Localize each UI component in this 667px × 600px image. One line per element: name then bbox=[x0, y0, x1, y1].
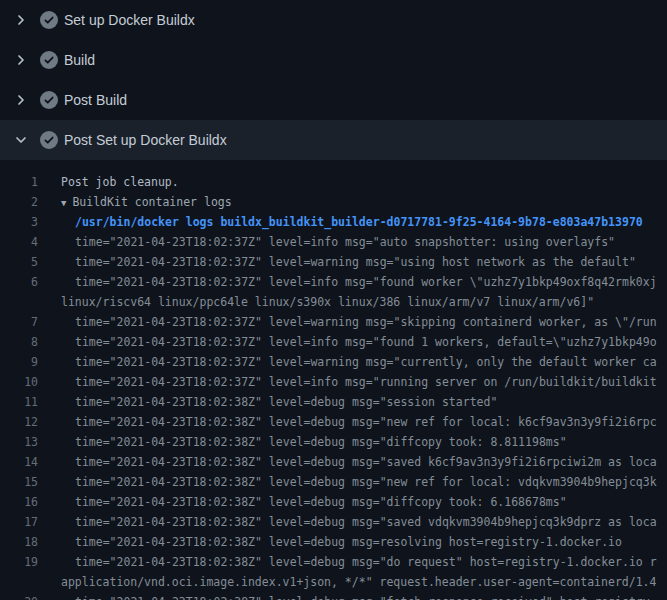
log-text-content: time="2021-04-23T18:02:37Z" level=warnin… bbox=[75, 315, 657, 329]
log-line: 8 time="2021-04-23T18:02:37Z" level=info… bbox=[0, 332, 667, 352]
check-circle-icon bbox=[40, 51, 58, 69]
log-line: 12 time="2021-04-23T18:02:38Z" level=deb… bbox=[0, 412, 667, 432]
chevron-right-icon[interactable] bbox=[13, 12, 29, 28]
log-line: 6 time="2021-04-23T18:02:37Z" level=info… bbox=[0, 272, 667, 292]
steps-list: Set up Docker Buildx Build Post Buil bbox=[0, 0, 667, 160]
log-text-content: time="2021-04-23T18:02:38Z" level=debug … bbox=[75, 535, 622, 549]
log-text: time="2021-04-23T18:02:38Z" level=debug … bbox=[38, 512, 657, 532]
log-text-content: time="2021-04-23T18:02:38Z" level=debug … bbox=[75, 515, 657, 529]
step-header-build[interactable]: Build bbox=[0, 40, 667, 80]
log-group-toggle-icon[interactable]: ▼ bbox=[61, 198, 72, 208]
step-header-post-set-up-docker-buildx[interactable]: Post Set up Docker Buildx bbox=[0, 120, 667, 160]
log-line: 15 time="2021-04-23T18:02:38Z" level=deb… bbox=[0, 472, 667, 492]
log-line: application/vnd.oci.image.index.v1+json,… bbox=[0, 572, 667, 592]
log-text-content: time="2021-04-23T18:02:37Z" level=warnin… bbox=[75, 255, 636, 269]
step-label: Set up Docker Buildx bbox=[64, 12, 195, 28]
line-number-link[interactable]: 20 bbox=[0, 592, 38, 600]
line-number-link[interactable]: 1 bbox=[0, 172, 38, 192]
log-line: 18 time="2021-04-23T18:02:38Z" level=deb… bbox=[0, 532, 667, 552]
log-text: time="2021-04-23T18:02:38Z" level=debug … bbox=[38, 552, 657, 572]
step-header-post-build[interactable]: Post Build bbox=[0, 80, 667, 120]
log-text: time="2021-04-23T18:02:38Z" level=debug … bbox=[38, 592, 657, 600]
chevron-down-icon[interactable] bbox=[13, 132, 29, 148]
log-line: 19 time="2021-04-23T18:02:38Z" level=deb… bbox=[0, 552, 667, 572]
step-header-set-up-docker-buildx[interactable]: Set up Docker Buildx bbox=[0, 0, 667, 40]
line-number-link[interactable]: 17 bbox=[0, 512, 38, 532]
step-label: Post Build bbox=[64, 92, 127, 108]
line-number-link[interactable]: 12 bbox=[0, 412, 38, 432]
log-text-content: /usr/bin/docker logs buildx_buildkit_bui… bbox=[75, 215, 643, 229]
log-line: linux/riscv64 linux/ppc64le linux/s390x … bbox=[0, 292, 667, 312]
line-number-link[interactable]: 19 bbox=[0, 552, 38, 572]
log-text: ▼BuildKit container logs bbox=[38, 192, 232, 212]
log-line: 10 time="2021-04-23T18:02:37Z" level=inf… bbox=[0, 372, 667, 392]
log-line: 7 time="2021-04-23T18:02:37Z" level=warn… bbox=[0, 312, 667, 332]
log-text: time="2021-04-23T18:02:37Z" level=warnin… bbox=[38, 352, 657, 372]
log-line: 13 time="2021-04-23T18:02:38Z" level=deb… bbox=[0, 432, 667, 452]
line-number-link[interactable]: 10 bbox=[0, 372, 38, 392]
log-line: 11 time="2021-04-23T18:02:38Z" level=deb… bbox=[0, 392, 667, 412]
line-number-link[interactable]: 16 bbox=[0, 492, 38, 512]
line-number-link[interactable]: 8 bbox=[0, 332, 38, 352]
line-number-link[interactable]: 18 bbox=[0, 532, 38, 552]
log-text-content: time="2021-04-23T18:02:38Z" level=debug … bbox=[75, 595, 657, 600]
check-circle-icon bbox=[40, 11, 58, 29]
log-text-content: time="2021-04-23T18:02:37Z" level=info m… bbox=[75, 275, 657, 289]
line-number-link[interactable]: 7 bbox=[0, 312, 38, 332]
log-text: linux/riscv64 linux/ppc64le linux/s390x … bbox=[38, 292, 594, 312]
log-text: time="2021-04-23T18:02:37Z" level=warnin… bbox=[38, 252, 636, 272]
line-number-link[interactable]: 4 bbox=[0, 232, 38, 252]
line-number-link[interactable]: 13 bbox=[0, 432, 38, 452]
log-line: 5 time="2021-04-23T18:02:37Z" level=warn… bbox=[0, 252, 667, 272]
log-text-content: time="2021-04-23T18:02:38Z" level=debug … bbox=[75, 435, 567, 449]
log-text: time="2021-04-23T18:02:37Z" level=warnin… bbox=[38, 312, 657, 332]
log-text-content: time="2021-04-23T18:02:38Z" level=debug … bbox=[75, 415, 657, 429]
log-line: 9 time="2021-04-23T18:02:37Z" level=warn… bbox=[0, 352, 667, 372]
log-text: time="2021-04-23T18:02:38Z" level=debug … bbox=[38, 472, 657, 492]
line-number-link[interactable] bbox=[0, 572, 38, 592]
log-text-content: application/vnd.oci.image.index.v1+json,… bbox=[61, 575, 656, 589]
line-number-link[interactable]: 3 bbox=[0, 212, 38, 232]
step-label: Build bbox=[64, 52, 95, 68]
log-area: 1 Post job cleanup. 2 ▼BuildKit containe… bbox=[0, 160, 667, 600]
log-text: time="2021-04-23T18:02:38Z" level=debug … bbox=[38, 412, 657, 432]
log-text-content: linux/riscv64 linux/ppc64le linux/s390x … bbox=[61, 295, 594, 309]
log-text-content: Post job cleanup. bbox=[61, 175, 179, 189]
log-text-content: time="2021-04-23T18:02:38Z" level=debug … bbox=[75, 555, 657, 569]
line-number-link[interactable] bbox=[0, 292, 38, 312]
log-text: application/vnd.oci.image.index.v1+json,… bbox=[38, 572, 656, 592]
log-text-content: time="2021-04-23T18:02:38Z" level=debug … bbox=[75, 455, 657, 469]
log-text: Post job cleanup. bbox=[38, 172, 179, 192]
log-text: time="2021-04-23T18:02:37Z" level=info m… bbox=[38, 272, 657, 292]
log-line: 16 time="2021-04-23T18:02:38Z" level=deb… bbox=[0, 492, 667, 512]
log-text: /usr/bin/docker logs buildx_buildkit_bui… bbox=[38, 212, 643, 232]
log-text: time="2021-04-23T18:02:38Z" level=debug … bbox=[38, 392, 497, 412]
line-number-link[interactable]: 15 bbox=[0, 472, 38, 492]
line-number-link[interactable]: 5 bbox=[0, 252, 38, 272]
log-text: time="2021-04-23T18:02:38Z" level=debug … bbox=[38, 492, 567, 512]
line-number-link[interactable]: 11 bbox=[0, 392, 38, 412]
line-number-link[interactable]: 14 bbox=[0, 452, 38, 472]
line-number-link[interactable]: 2 bbox=[0, 192, 38, 212]
check-circle-icon bbox=[40, 131, 58, 149]
log-text-content: time="2021-04-23T18:02:37Z" level=info m… bbox=[75, 375, 657, 389]
log-line: 1 Post job cleanup. bbox=[0, 172, 667, 192]
log-text-content: BuildKit container logs bbox=[72, 195, 231, 209]
log-text: time="2021-04-23T18:02:37Z" level=info m… bbox=[38, 232, 615, 252]
log-text: time="2021-04-23T18:02:38Z" level=debug … bbox=[38, 532, 622, 552]
chevron-right-icon[interactable] bbox=[13, 92, 29, 108]
chevron-right-icon[interactable] bbox=[13, 52, 29, 68]
log-line: 3 /usr/bin/docker logs buildx_buildkit_b… bbox=[0, 212, 667, 232]
log-text-content: time="2021-04-23T18:02:38Z" level=debug … bbox=[75, 395, 497, 409]
log-line: 4 time="2021-04-23T18:02:37Z" level=info… bbox=[0, 232, 667, 252]
line-number-link[interactable]: 6 bbox=[0, 272, 38, 292]
log-line: 14 time="2021-04-23T18:02:38Z" level=deb… bbox=[0, 452, 667, 472]
log-text: time="2021-04-23T18:02:38Z" level=debug … bbox=[38, 432, 567, 452]
log-text-content: time="2021-04-23T18:02:37Z" level=warnin… bbox=[75, 355, 657, 369]
log-text: time="2021-04-23T18:02:38Z" level=debug … bbox=[38, 452, 657, 472]
log-text: time="2021-04-23T18:02:37Z" level=info m… bbox=[38, 372, 657, 392]
step-label: Post Set up Docker Buildx bbox=[64, 132, 227, 148]
log-text-content: time="2021-04-23T18:02:38Z" level=debug … bbox=[75, 475, 657, 489]
line-number-link[interactable]: 9 bbox=[0, 352, 38, 372]
check-circle-icon bbox=[40, 91, 58, 109]
